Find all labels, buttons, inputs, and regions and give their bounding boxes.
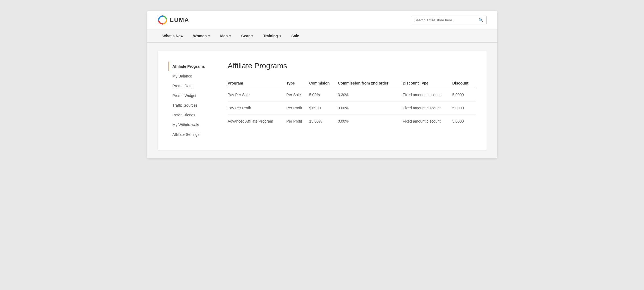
- col-header-program: Program: [228, 78, 287, 88]
- cell-program-0: Pay Per Sale: [228, 88, 287, 102]
- table-row: Pay Per ProfitPer Profit$15.000.00%Fixed…: [228, 102, 476, 115]
- col-header-commission2nd: Commission from 2nd order: [338, 78, 402, 88]
- chevron-down-icon: ▼: [229, 35, 232, 38]
- sidebar-item-traffic-sources[interactable]: Traffic Sources: [168, 100, 217, 110]
- sidebar-item-affiliate-programs[interactable]: Affiliate Programs: [168, 62, 217, 71]
- col-header-commission: Commision: [309, 78, 338, 88]
- sidebar-item-affiliate-settings[interactable]: Affiliate Settings: [168, 130, 217, 139]
- cell-discount_type-2: Fixed amount discount: [403, 115, 452, 128]
- header: LUMA 🔍: [147, 11, 497, 29]
- cell-commission2nd-1: 0.00%: [338, 102, 402, 115]
- sidebar-label-traffic-sources: Traffic Sources: [173, 103, 198, 107]
- cell-commission2nd-0: 3.30%: [338, 88, 402, 102]
- sidebar-item-promo-data[interactable]: Promo Data: [168, 81, 217, 91]
- cell-commission2nd-2: 0.00%: [338, 115, 402, 128]
- sidebar-item-my-balance[interactable]: My Balance: [168, 71, 217, 81]
- nav-item-men[interactable]: Men ▼: [215, 29, 236, 42]
- sidebar: Affiliate Programs My Balance Promo Data…: [168, 62, 217, 139]
- cell-discount-0: 5.0000: [452, 88, 476, 102]
- nav-item-whats-new[interactable]: What's New: [158, 29, 188, 42]
- main: Affiliate Programs My Balance Promo Data…: [147, 43, 497, 158]
- sidebar-label-my-withdrawals: My Withdrawals: [173, 123, 199, 127]
- sidebar-item-my-withdrawals[interactable]: My Withdrawals: [168, 120, 217, 130]
- cell-discount_type-0: Fixed amount discount: [403, 88, 452, 102]
- nav-item-sale[interactable]: Sale: [287, 29, 304, 42]
- cell-type-0: Per Sale: [286, 88, 309, 102]
- nav-item-training[interactable]: Training ▼: [258, 29, 286, 42]
- sidebar-label-affiliate-programs: Affiliate Programs: [173, 64, 205, 69]
- cell-type-1: Per Profit: [286, 102, 309, 115]
- search-input[interactable]: [415, 18, 478, 22]
- nav-label-sale: Sale: [291, 34, 299, 38]
- cell-discount-1: 5.0000: [452, 102, 476, 115]
- cell-commission-2: 15.00%: [309, 115, 338, 128]
- main-nav: What's New Women ▼ Men ▼ Gear ▼ Training…: [147, 29, 497, 43]
- main-content: Affiliate Programs Program Type Commisio…: [228, 62, 476, 139]
- search-icon: 🔍: [478, 18, 483, 22]
- cell-program-2: Advanced Affiliate Program: [228, 115, 287, 128]
- sidebar-label-my-balance: My Balance: [173, 74, 192, 78]
- logo[interactable]: LUMA: [158, 15, 190, 25]
- content-card: Affiliate Programs My Balance Promo Data…: [158, 51, 487, 150]
- cell-discount_type-1: Fixed amount discount: [403, 102, 452, 115]
- affiliate-programs-table: Program Type Commision Commission from 2…: [228, 78, 476, 128]
- nav-label-women: Women: [193, 34, 207, 38]
- page-wrapper: LUMA 🔍 What's New Women ▼ Men ▼ Gear ▼ T…: [147, 11, 497, 158]
- nav-label-men: Men: [220, 34, 228, 38]
- chevron-down-icon: ▼: [208, 35, 211, 38]
- chevron-down-icon: ▼: [251, 35, 254, 38]
- sidebar-item-refer-friends[interactable]: Refer Friends: [168, 110, 217, 120]
- cell-commission-1: $15.00: [309, 102, 338, 115]
- luma-logo-icon: [158, 15, 167, 25]
- nav-label-whats-new: What's New: [163, 34, 184, 38]
- search-bar[interactable]: 🔍: [411, 16, 487, 24]
- sidebar-label-refer-friends: Refer Friends: [173, 113, 195, 117]
- page-title: Affiliate Programs: [228, 62, 476, 70]
- cell-discount-2: 5.0000: [452, 115, 476, 128]
- nav-item-women[interactable]: Women ▼: [188, 29, 215, 42]
- cell-program-1: Pay Per Profit: [228, 102, 287, 115]
- col-header-discount-type: Discount Type: [403, 78, 452, 88]
- col-header-type: Type: [286, 78, 309, 88]
- sidebar-label-affiliate-settings: Affiliate Settings: [173, 132, 199, 137]
- sidebar-label-promo-data: Promo Data: [173, 84, 193, 88]
- nav-label-gear: Gear: [241, 34, 250, 38]
- table-row: Pay Per SalePer Sale5.00%3.30%Fixed amou…: [228, 88, 476, 102]
- table-row: Advanced Affiliate ProgramPer Profit15.0…: [228, 115, 476, 128]
- col-header-discount: Discount: [452, 78, 476, 88]
- nav-label-training: Training: [263, 34, 278, 38]
- nav-item-gear[interactable]: Gear ▼: [236, 29, 259, 42]
- cell-type-2: Per Profit: [286, 115, 309, 128]
- logo-text: LUMA: [170, 16, 190, 23]
- table-header-row: Program Type Commision Commission from 2…: [228, 78, 476, 88]
- sidebar-label-promo-widget: Promo Widget: [173, 93, 197, 98]
- chevron-down-icon: ▼: [279, 35, 282, 38]
- sidebar-item-promo-widget[interactable]: Promo Widget: [168, 91, 217, 100]
- cell-commission-0: 5.00%: [309, 88, 338, 102]
